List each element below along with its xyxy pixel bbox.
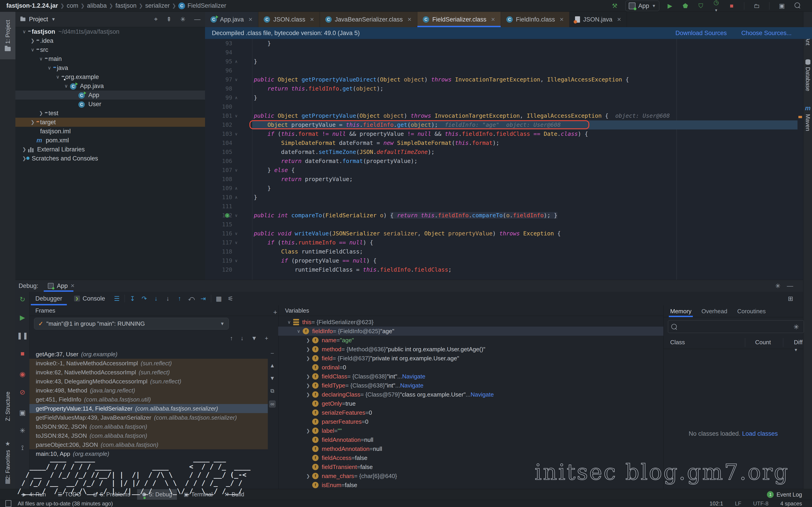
line-number[interactable]: 116 (205, 229, 232, 238)
memory-tab-memory[interactable]: Memory (670, 305, 692, 317)
run-anything-icon[interactable]: ▣ (777, 2, 786, 9)
tree-item-test[interactable]: ❯test (15, 109, 205, 118)
step-into-icon[interactable]: ↓ (150, 295, 162, 302)
var-chevron-icon[interactable]: ∨ (285, 319, 293, 325)
tree-item-java[interactable]: ∨java (15, 63, 205, 72)
line-number[interactable]: 111 (205, 202, 232, 211)
frame-up-icon[interactable]: ↑ (230, 335, 233, 342)
variable-row-isEnum[interactable]: fisEnum = false (278, 481, 663, 489)
var-chevron-icon[interactable]: ❯ (304, 346, 312, 352)
fold-marker-icon[interactable]: ∨ (232, 111, 240, 120)
hide-frames-filter-icon[interactable]: ▼ (251, 335, 257, 342)
tree-chevron-icon[interactable]: ❯ (20, 147, 28, 152)
stripe-mark[interactable] (798, 116, 802, 118)
run-to-cursor-icon[interactable]: ⇥ (197, 295, 209, 302)
add-watch-icon[interactable]: + (273, 308, 277, 316)
thread-dump-icon[interactable]: ▣ (15, 408, 30, 416)
tree-item-scratches-and-consoles[interactable]: ❯Scratches and Consoles (15, 154, 205, 163)
stack-frame[interactable]: parseObject:206, JSON(com.alibaba.fastjs… (30, 440, 268, 449)
variable-row-name[interactable]: ❯fname = "age" (278, 336, 663, 345)
breadcrumb-item[interactable]: serializer (145, 2, 170, 9)
event-log-button[interactable]: 1 Event Log (767, 489, 802, 500)
stop-icon[interactable]: ■ (15, 350, 30, 357)
tree-chevron-icon[interactable]: ❯ (37, 110, 45, 116)
encoding[interactable]: UTF-8 (753, 500, 768, 507)
variable-row-fieldTransient[interactable]: ffieldTransient = false (278, 462, 663, 471)
restore-layout-icon[interactable]: ⊞ (784, 295, 796, 302)
fold-marker-icon[interactable]: ∨ (232, 211, 240, 220)
tool-button-maven[interactable]: mMaven (803, 105, 812, 131)
override-marker-icon[interactable]: ↑ (225, 213, 230, 218)
tree-item--idea[interactable]: ❯.idea (15, 36, 205, 45)
breadcrumb-item[interactable]: com (67, 2, 79, 9)
stack-frame[interactable]: toJSON:902, JSON(com.alibaba.fastjson) (30, 422, 268, 431)
variable-row-method[interactable]: ❯fmethod = {Method@636} "public int org.… (278, 345, 663, 354)
search-everywhere-icon[interactable] (793, 2, 802, 9)
editor-tab-app-java[interactable]: CApp.java✕ (205, 12, 258, 27)
stack-frame[interactable]: get:451, FieldInfo(com.alibaba.fastjson.… (30, 395, 268, 404)
close-icon[interactable]: ✕ (560, 16, 564, 23)
stack-frame[interactable]: getAge:37, User(org.example) (30, 350, 268, 359)
column-class[interactable]: Class (670, 339, 685, 346)
editor-tab-json-java[interactable]: JSON.java✕ (570, 12, 627, 27)
var-chevron-icon[interactable]: ❯ (304, 355, 312, 361)
variable-row-fieldAccess[interactable]: ffieldAccess = false (278, 453, 663, 462)
stack-frame[interactable]: toJSON:824, JSON(com.alibaba.fastjson) (30, 431, 268, 440)
line-number[interactable]: 120 (205, 265, 232, 274)
tree-chevron-icon[interactable]: ∨ (37, 56, 45, 62)
fold-marker-icon[interactable]: ∧ (232, 184, 240, 193)
caret-position[interactable]: 102:1 (710, 500, 723, 507)
variable-row-name_chars[interactable]: ❯fname_chars = {char[6]@640} (278, 471, 663, 481)
tree-chevron-icon[interactable]: ∨ (54, 74, 62, 80)
tool-button-database[interactable]: Database (803, 59, 812, 91)
infinity-toggle-icon[interactable]: ∞ (269, 400, 275, 408)
pause-icon[interactable]: ❚❚ (15, 332, 30, 340)
line-number[interactable]: 106 (205, 157, 232, 166)
variable-row-this[interactable]: ∨this = {FieldSerializer@623} (278, 318, 663, 327)
line-number[interactable]: 95 (205, 57, 232, 66)
line-number[interactable]: 104 (205, 138, 232, 148)
step-out-icon[interactable]: ↑ (174, 295, 186, 302)
tree-item-external-libraries[interactable]: ❯External Libraries (15, 145, 205, 154)
fold-marker-icon[interactable]: ∧ (232, 93, 240, 102)
add-icon[interactable]: + (265, 335, 268, 342)
variable-row-fieldAnnotation[interactable]: ffieldAnnotation = null (278, 435, 663, 444)
close-icon[interactable]: ✕ (310, 16, 314, 23)
tool-window-button-6-problems[interactable]: ◍6: Problems (88, 489, 135, 500)
line-number[interactable]: 108 (205, 175, 232, 184)
breadcrumb-item[interactable]: FieldSerializer (187, 2, 226, 9)
stack-frame[interactable]: getPropertyValue:114, FieldSerializer(co… (30, 404, 268, 413)
debug-button[interactable]: ⬟ (680, 2, 690, 9)
line-number[interactable]: 110 (205, 193, 232, 202)
tab-console[interactable]: ❯Console (68, 292, 111, 305)
fold-marker-icon[interactable]: ∨ (232, 166, 240, 175)
resume-icon[interactable]: ▶ (15, 314, 30, 322)
tool-button-structure[interactable]: Z: Structure (0, 392, 15, 421)
line-number[interactable]: 119 (205, 256, 232, 265)
memory-settings-gear-icon[interactable]: ✳ (794, 323, 799, 331)
variable-row-ordinal[interactable]: fordinal = 0 (278, 363, 663, 372)
thread-selector[interactable]: ✓ "main"@1 in group "main": RUNNING ▼ (34, 318, 229, 330)
var-chevron-icon[interactable]: ❯ (304, 392, 312, 397)
editor-tab-fieldinfo-class[interactable]: CFieldInfo.class✕ (501, 12, 570, 27)
locate-file-icon[interactable]: ⌖ (154, 16, 158, 23)
line-number[interactable]: 101 (205, 111, 232, 120)
line-number[interactable]: 99 (205, 93, 232, 102)
line-number[interactable]: 98 (205, 84, 232, 93)
tree-item-app-java[interactable]: ∨CApp.java (15, 81, 205, 91)
run-button[interactable]: ▶ (665, 2, 675, 9)
force-step-into-icon[interactable]: ↓ (162, 295, 174, 302)
navigate-link[interactable]: Navigate (402, 373, 425, 380)
navigate-link[interactable]: Navigate (400, 382, 423, 389)
tree-chevron-icon[interactable]: ∨ (29, 47, 37, 53)
tree-item-target[interactable]: ❯target (15, 118, 205, 127)
close-icon[interactable]: ✕ (617, 16, 621, 23)
tree-chevron-icon[interactable]: ❯ (29, 38, 37, 44)
indent-size[interactable]: 4 spaces (780, 500, 802, 507)
load-classes-link[interactable]: Load classes (742, 430, 778, 437)
close-icon[interactable]: ✕ (70, 283, 74, 289)
close-icon[interactable]: ✕ (248, 16, 253, 23)
close-icon[interactable]: ✕ (407, 16, 412, 23)
download-sources-link[interactable]: Download Sources (675, 30, 727, 37)
line-number[interactable]: 97 (205, 75, 232, 84)
